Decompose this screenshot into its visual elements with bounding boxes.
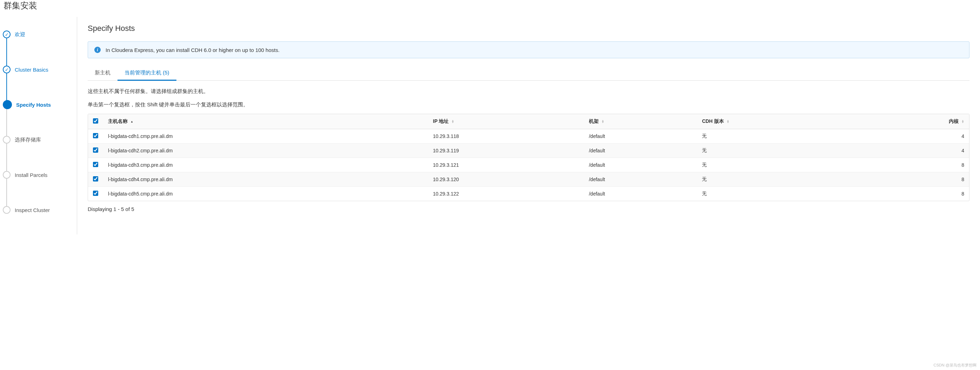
info-banner-text: In Cloudera Express, you can install CDH… [106, 47, 280, 53]
column-rack[interactable]: 机架 ▲▼ [584, 114, 697, 129]
table-row[interactable]: l-bigdata-cdh3.cmp.pre.ali.dm10.29.3.121… [88, 158, 969, 172]
table-row[interactable]: l-bigdata-cdh1.cmp.pre.ali.dm10.29.3.118… [88, 129, 969, 144]
description-line-2: 单击第一个复选框，按住 Shift 键并单击最后一个复选框以选择范围。 [88, 100, 969, 109]
column-cores[interactable]: 内核 ▲▼ [859, 114, 969, 129]
cell-ip: 10.29.3.120 [428, 172, 584, 187]
column-cdh[interactable]: CDH 版本 ▲▼ [697, 114, 859, 129]
hosts-table: 主机名称 ▲ IP 地址 ▲▼ 机架 ▲▼ CDH 版本 [88, 114, 969, 201]
pending-step-icon [3, 171, 11, 179]
cell-ip: 10.29.3.118 [428, 129, 584, 144]
cell-rack: /default [584, 172, 697, 187]
check-icon: ✓ [3, 65, 11, 73]
info-banner: i In Cloudera Express, you can install C… [88, 41, 969, 58]
step-label: 选择存储库 [15, 137, 41, 143]
cell-ip: 10.29.3.121 [428, 158, 584, 172]
cell-rack: /default [584, 187, 697, 201]
wizard-step-1[interactable]: ✓Cluster Basics [0, 59, 77, 80]
wizard-sidebar: ✓欢迎✓Cluster BasicsSpecify Hosts选择存储库Inst… [0, 17, 77, 234]
info-icon: i [94, 47, 101, 53]
check-icon: ✓ [3, 30, 11, 38]
cell-hostname: l-bigdata-cdh3.cmp.pre.ali.dm [103, 158, 428, 172]
cell-cores: 4 [859, 129, 969, 144]
row-checkbox[interactable] [93, 147, 98, 153]
step-label: Cluster Basics [15, 67, 48, 73]
row-checkbox[interactable] [93, 176, 98, 182]
column-rack-label: 机架 [589, 118, 599, 124]
cell-rack: /default [584, 158, 697, 172]
host-tabs: 新主机当前管理的主机 (5) [88, 65, 969, 81]
column-ip[interactable]: IP 地址 ▲▼ [428, 114, 584, 129]
column-cdh-label: CDH 版本 [702, 118, 724, 124]
cell-rack: /default [584, 129, 697, 144]
pager-text: Displaying 1 - 5 of 5 [88, 206, 969, 212]
main-content: Specify Hosts i In Cloudera Express, you… [77, 17, 980, 234]
cell-cores: 8 [859, 158, 969, 172]
tab-0[interactable]: 新主机 [88, 65, 118, 80]
row-checkbox[interactable] [93, 191, 98, 196]
cell-hostname: l-bigdata-cdh4.cmp.pre.ali.dm [103, 172, 428, 187]
wizard-step-2[interactable]: Specify Hosts [0, 94, 77, 115]
cell-cdh: 无 [697, 187, 859, 201]
hosts-table-container: 主机名称 ▲ IP 地址 ▲▼ 机架 ▲▼ CDH 版本 [88, 114, 969, 201]
wizard-step-4[interactable]: Install Parcels [0, 164, 77, 185]
table-row[interactable]: l-bigdata-cdh4.cmp.pre.ali.dm10.29.3.120… [88, 172, 969, 187]
sort-icon: ▲ [130, 121, 133, 123]
cell-cdh: 无 [697, 172, 859, 187]
pending-step-icon [3, 136, 11, 144]
column-hostname[interactable]: 主机名称 ▲ [103, 114, 428, 129]
cell-ip: 10.29.3.122 [428, 187, 584, 201]
sort-icon: ▲▼ [727, 120, 730, 123]
step-label: 欢迎 [15, 31, 25, 38]
cell-cores: 8 [859, 187, 969, 201]
step-label: Specify Hosts [16, 102, 51, 108]
column-hostname-label: 主机名称 [108, 118, 128, 124]
cell-cores: 4 [859, 144, 969, 158]
tab-1[interactable]: 当前管理的主机 (5) [118, 65, 177, 80]
column-cores-label: 内核 [949, 118, 959, 124]
select-all-header[interactable] [88, 114, 103, 129]
wizard-step-5[interactable]: Inspect Cluster [0, 199, 77, 220]
table-row[interactable]: l-bigdata-cdh5.cmp.pre.ali.dm10.29.3.122… [88, 187, 969, 201]
cell-cdh: 无 [697, 129, 859, 144]
step-label: Install Parcels [15, 172, 47, 178]
step-label: Inspect Cluster [15, 207, 50, 213]
cell-rack: /default [584, 144, 697, 158]
pending-step-icon [3, 206, 11, 214]
cell-hostname: l-bigdata-cdh5.cmp.pre.ali.dm [103, 187, 428, 201]
cell-hostname: l-bigdata-cdh2.cmp.pre.ali.dm [103, 144, 428, 158]
select-all-checkbox[interactable] [93, 118, 98, 124]
cell-hostname: l-bigdata-cdh1.cmp.pre.ali.dm [103, 129, 428, 144]
sort-icon: ▲▼ [452, 120, 454, 123]
sort-icon: ▲▼ [601, 120, 605, 123]
section-title: Specify Hosts [88, 24, 969, 33]
table-row[interactable]: l-bigdata-cdh2.cmp.pre.ali.dm10.29.3.119… [88, 144, 969, 158]
wizard-step-0[interactable]: ✓欢迎 [0, 24, 77, 45]
page-title: 群集安装 [0, 0, 980, 17]
cell-cdh: 无 [697, 158, 859, 172]
description-line-1: 这些主机不属于任何群集。请选择组成群集的主机。 [88, 87, 969, 96]
sort-icon: ▲▼ [961, 120, 964, 123]
cell-cdh: 无 [697, 144, 859, 158]
column-ip-label: IP 地址 [433, 118, 449, 124]
row-checkbox[interactable] [93, 133, 98, 138]
current-step-icon [3, 100, 12, 109]
wizard-step-3[interactable]: 选择存储库 [0, 129, 77, 150]
cell-cores: 8 [859, 172, 969, 187]
cell-ip: 10.29.3.119 [428, 144, 584, 158]
row-checkbox[interactable] [93, 162, 98, 167]
